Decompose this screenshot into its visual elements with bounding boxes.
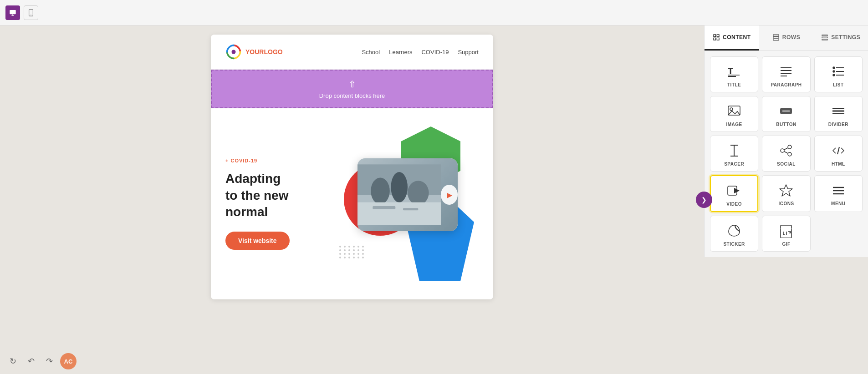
content-block-gif[interactable]: GIF (762, 216, 810, 252)
logo-area: YOURLOGO (225, 44, 283, 60)
tab-settings[interactable]: SETTINGS (813, 25, 868, 51)
nav-covid[interactable]: COVID-19 (421, 49, 449, 56)
history-btn[interactable]: ↻ (5, 354, 20, 369)
svg-rect-38 (728, 106, 740, 115)
svg-point-50 (788, 152, 791, 156)
video-thumbnail (357, 158, 441, 231)
main-area: YOURLOGO School Learners COVID-19 Suppor… (0, 25, 868, 374)
right-panel-wrapper: ❯ CONTENT ROWS (704, 25, 868, 374)
svg-rect-18 (717, 38, 719, 40)
logo-icon (225, 44, 242, 60)
svg-rect-21 (773, 39, 779, 40)
tab-settings-label: SETTINGS (831, 34, 860, 40)
svg-rect-14 (403, 208, 418, 210)
svg-text:T: T (728, 66, 733, 76)
content-block-image[interactable]: IMAGE (710, 96, 758, 132)
content-block-icons-label: ICONS (778, 201, 794, 206)
content-block-divider-label: DIVIDER (828, 122, 848, 127)
content-block-spacer-label: SPACER (724, 162, 744, 167)
video-card[interactable]: ▶ (357, 158, 458, 231)
content-block-spacer[interactable]: SPACER (710, 136, 758, 172)
content-block-button[interactable]: BUTTON (762, 96, 810, 132)
svg-line-52 (784, 152, 788, 153)
content-block-html[interactable]: HTML (814, 136, 863, 172)
nav-learners[interactable]: Learners (389, 49, 412, 56)
nav-school[interactable]: School (362, 49, 380, 56)
content-block-list-label: LIST (833, 82, 844, 87)
drop-zone[interactable]: ⇧ Drop content blocks here (211, 70, 493, 108)
content-block-social-label: SOCIAL (777, 162, 796, 167)
svg-point-6 (232, 50, 236, 54)
svg-point-34 (833, 71, 835, 72)
hero-tag: + COVID-19 (225, 158, 326, 163)
content-block-menu[interactable]: MENU (814, 175, 863, 212)
top-toolbar (0, 0, 868, 25)
video-bg: ▶ (357, 158, 458, 231)
redo-btn[interactable]: ↷ (42, 354, 56, 369)
svg-marker-56 (780, 185, 792, 196)
content-block-title-label: TITLE (727, 82, 741, 87)
logo-logo: LOGO (264, 48, 282, 56)
content-blocks-grid: T TITLE PARAGRAPH LIST IMAGE (705, 51, 868, 257)
content-block-list[interactable]: LIST (814, 56, 863, 92)
content-block-divider[interactable]: DIVIDER (814, 96, 863, 132)
hero-graphic: ▶ (335, 126, 479, 281)
content-block-social[interactable]: SOCIAL (762, 136, 810, 172)
logo-your: YOUR (245, 48, 264, 56)
bottom-toolbar: ↻ ↶ ↷ AC (0, 349, 82, 374)
hero-title: Adaptingto the newnormal (225, 171, 326, 220)
email-canvas: YOURLOGO School Learners COVID-19 Suppor… (211, 35, 493, 299)
svg-rect-16 (717, 35, 719, 37)
svg-point-39 (730, 108, 733, 111)
svg-rect-22 (822, 35, 827, 36)
right-panel: CONTENT ROWS SETTINGS (704, 25, 868, 257)
svg-point-36 (833, 74, 835, 76)
content-block-menu-label: MENU (831, 201, 845, 206)
tab-rows[interactable]: ROWS (759, 25, 814, 51)
tab-content-label: CONTENT (723, 34, 751, 40)
svg-line-51 (784, 148, 788, 150)
svg-rect-23 (822, 37, 827, 38)
user-avatar[interactable]: AC (60, 353, 77, 369)
content-block-sticker-label: STICKER (723, 242, 745, 247)
content-block-html-label: HTML (832, 162, 845, 167)
svg-point-48 (781, 149, 784, 152)
svg-point-4 (31, 15, 31, 15)
desktop-view-btn[interactable] (5, 5, 20, 20)
drop-zone-text: Drop content blocks here (319, 92, 385, 99)
content-block-paragraph-label: PARAGRAPH (771, 82, 802, 87)
svg-rect-13 (373, 206, 395, 209)
logo-text: YOURLOGO (245, 48, 283, 56)
svg-point-11 (408, 181, 429, 205)
content-block-icons[interactable]: ICONS (762, 175, 810, 212)
tab-content[interactable]: CONTENT (705, 25, 759, 51)
content-block-video[interactable]: VIDEO (710, 175, 758, 212)
svg-line-53 (837, 147, 839, 154)
svg-rect-20 (773, 37, 779, 38)
content-block-video-label: VIDEO (726, 202, 742, 207)
svg-point-9 (371, 178, 390, 204)
svg-point-10 (391, 172, 408, 202)
mobile-view-btn[interactable] (24, 5, 38, 20)
nav-support[interactable]: Support (458, 49, 479, 56)
content-block-button-label: BUTTON (776, 122, 796, 127)
svg-rect-15 (714, 35, 716, 37)
panel-collapse-btn[interactable]: ❯ (696, 192, 712, 208)
email-nav: School Learners COVID-19 Support (362, 49, 479, 56)
hero-cta-button[interactable]: Visit website (225, 232, 290, 250)
dots-grid (339, 246, 365, 258)
hero-section: + COVID-19 Adaptingto the newnormal Visi… (211, 108, 493, 299)
content-block-sticker[interactable]: STICKER (710, 216, 758, 252)
video-play-btn[interactable]: ▶ (441, 185, 458, 205)
upload-icon: ⇧ (348, 79, 356, 90)
email-header: YOURLOGO School Learners COVID-19 Suppor… (211, 35, 493, 70)
svg-rect-19 (773, 35, 779, 36)
undo-btn[interactable]: ↶ (24, 354, 38, 369)
content-block-title[interactable]: T TITLE (710, 56, 758, 92)
hero-text-column: + COVID-19 Adaptingto the newnormal Visi… (225, 158, 326, 249)
svg-rect-0 (10, 10, 15, 14)
svg-point-49 (788, 145, 791, 149)
content-block-gif-label: GIF (782, 242, 790, 247)
content-block-paragraph[interactable]: PARAGRAPH (762, 56, 810, 92)
svg-rect-12 (357, 202, 441, 225)
